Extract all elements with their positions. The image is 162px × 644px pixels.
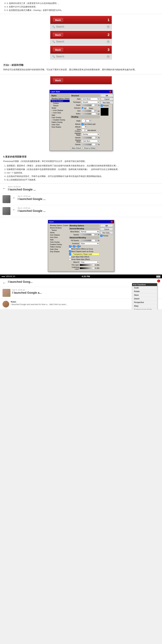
anti-aliased-checkbox[interactable] (85, 129, 87, 132)
soften-slider[interactable] (82, 113, 91, 114)
make-default-button[interactable]: Make Default (70, 146, 82, 150)
news-title-1[interactable]: I launched Google ... (8, 188, 160, 191)
highlight-opacity-slider[interactable] (82, 137, 91, 138)
size-slider[interactable] (82, 110, 91, 112)
depth-slider[interactable] (82, 104, 91, 106)
blend-dialog-close[interactable]: ✕ (111, 221, 113, 223)
preview-checkbox[interactable] (100, 105, 103, 107)
style-item-inner-shadow[interactable]: ✓ Inner Shadow (50, 109, 70, 112)
search-bar-1[interactable]: 🔍 ✕ (50, 24, 112, 30)
blend-style-bevel[interactable]: Bevel & Emboss (49, 227, 68, 229)
style-item-gradient-overlay[interactable]: ✓ Gradient Overlay (50, 119, 70, 121)
blend-preview-label[interactable]: Preview (100, 235, 113, 237)
fill-opacity-slider[interactable] (80, 240, 91, 241)
style-select[interactable]: Inner Bevel (82, 98, 100, 100)
news-arrow-3[interactable]: ← (12, 208, 16, 212)
this-layer-slider[interactable] (80, 264, 94, 266)
blend-style-blending-custom[interactable]: Blending Options: Custom (49, 224, 68, 227)
style-item-texture[interactable]: Texture (50, 104, 70, 107)
style-item-pattern-overlay[interactable]: Pattern Overlay (50, 121, 70, 124)
layer-mask-label[interactable]: Layer Mask Hides Effects (69, 256, 89, 258)
dialog-close-button[interactable]: ✕ (109, 90, 112, 93)
blend-if-select[interactable]: Gray (80, 261, 99, 264)
search-clear-1[interactable]: ✕ (107, 25, 110, 28)
vector-mask-label[interactable]: Vector Mask Hides Effects (69, 258, 90, 260)
search-input-3[interactable] (56, 55, 105, 58)
altitude-input[interactable] (82, 126, 87, 128)
blend-cancel-button[interactable]: Cancel (100, 228, 113, 231)
size-input[interactable] (92, 110, 97, 112)
context-menu-distort[interactable]: Distort (132, 297, 157, 301)
search-bar-2[interactable]: 🔍 ✕ (50, 39, 112, 44)
style-item-blending[interactable]: Blending Options: Default (50, 97, 70, 100)
style-item-bevel[interactable]: Bevel & Emboss (50, 100, 70, 102)
search-clear-2[interactable]: ✕ (107, 40, 110, 43)
context-menu-skew[interactable]: Skew (132, 293, 157, 297)
technique-select[interactable]: Smooth (82, 101, 100, 104)
back-button-3[interactable]: Back (52, 47, 64, 52)
transparency-shape-checkbox[interactable] (69, 253, 71, 255)
soften-input[interactable] (92, 112, 97, 115)
back-button-dialog[interactable]: Back (52, 78, 64, 83)
style-item-inner-glow[interactable]: ✓ Inner Glow (50, 112, 70, 114)
angle-dial[interactable]: ↑ (82, 119, 85, 123)
channel-b-checkbox[interactable] (77, 246, 80, 248)
highlight-opacity-input[interactable] (92, 136, 98, 139)
cancel-button[interactable]: Cancel (100, 98, 113, 101)
channel-b-label[interactable]: B (77, 246, 81, 248)
blend-style-drop-shadow[interactable]: Drop Shadow (49, 250, 68, 253)
blend-style-outer-glow[interactable]: Outer Glow (49, 248, 68, 250)
style-item-outer-glow[interactable]: Outer Glow (50, 124, 70, 126)
blend-clipped-checkbox[interactable] (69, 250, 71, 252)
blend-style-inner-glow[interactable]: Inner Glow (49, 236, 68, 238)
transparency-shape-label[interactable]: ✓ Transparency Shape Layer (69, 253, 92, 255)
gloss-contour-picker[interactable]: ≈ (82, 129, 85, 132)
context-menu-scale[interactable]: Scale (132, 286, 157, 290)
shadow-mode-select[interactable]: Color Burn (82, 140, 100, 142)
back-button-1[interactable]: Back (52, 18, 64, 22)
search-input-1[interactable] (56, 25, 105, 28)
reset-default-button[interactable]: Reset to Default (83, 146, 97, 150)
direction-down-radio[interactable] (87, 107, 89, 109)
blend-opacity-slider[interactable] (80, 234, 91, 236)
blend-new-style-button[interactable]: New Style... (100, 231, 113, 234)
new-style-button[interactable]: New Style... (100, 101, 113, 104)
style-item-satin[interactable]: Satin (50, 114, 70, 116)
back-button-2[interactable]: Back (52, 32, 64, 37)
highlight-mode-select[interactable]: Overlay (82, 133, 100, 136)
context-menu-perspective[interactable]: Perspective (132, 301, 157, 304)
shadow-opacity-input[interactable] (92, 143, 98, 146)
search-input-2[interactable] (56, 40, 105, 43)
blend-opacity-input[interactable] (92, 234, 97, 236)
layer-mask-checkbox[interactable] (69, 256, 71, 258)
blend-ok-button[interactable]: OK (100, 224, 113, 227)
vector-mask-checkbox[interactable] (69, 258, 71, 260)
blend-mode-select[interactable]: Normal (80, 230, 99, 233)
depth-input[interactable] (92, 104, 98, 106)
underlying-layer-slider[interactable] (80, 268, 94, 269)
blend-style-inner-shadow[interactable]: Inner Shadow (49, 234, 68, 236)
fill-opacity-input[interactable] (92, 239, 97, 242)
blend-interior-label[interactable]: Blend Interior Effects as Group (69, 248, 93, 250)
blend-preview-checkbox[interactable] (100, 235, 102, 237)
blend-style-color-overlay[interactable]: Color Overlay (49, 241, 68, 243)
search-bar-3[interactable]: 🔍 ✕ (50, 54, 112, 59)
angle-input[interactable] (86, 120, 92, 122)
ok-button[interactable]: OK (100, 94, 113, 97)
news-arrow-1[interactable]: ← (2, 186, 6, 190)
channel-r-checkbox[interactable] (69, 246, 71, 248)
blend-clipped-label[interactable]: Blend Clipped Layers as Group (69, 250, 93, 252)
search-clear-3[interactable]: ✕ (107, 55, 110, 58)
style-item-color-overlay[interactable]: Color Overlay (50, 116, 70, 119)
preview-label[interactable]: Preview (100, 105, 113, 107)
shadow-opacity-slider[interactable] (82, 144, 91, 145)
style-item-drop-shadow[interactable]: Drop Shadow (50, 126, 70, 128)
direction-up-label[interactable]: Up (82, 107, 86, 109)
blend-style-pattern-overlay[interactable]: Pattern Overlay (49, 246, 68, 248)
channel-g-checkbox[interactable] (73, 246, 75, 248)
anti-aliased-label[interactable]: Anti-aliased (85, 129, 96, 132)
news-arrow-2[interactable]: ← (12, 196, 16, 200)
style-item-contour[interactable]: Contour (50, 102, 70, 104)
blend-style-gradient-overlay[interactable]: Gradient Overlay (49, 243, 68, 246)
global-light-checkbox[interactable] (82, 123, 84, 125)
